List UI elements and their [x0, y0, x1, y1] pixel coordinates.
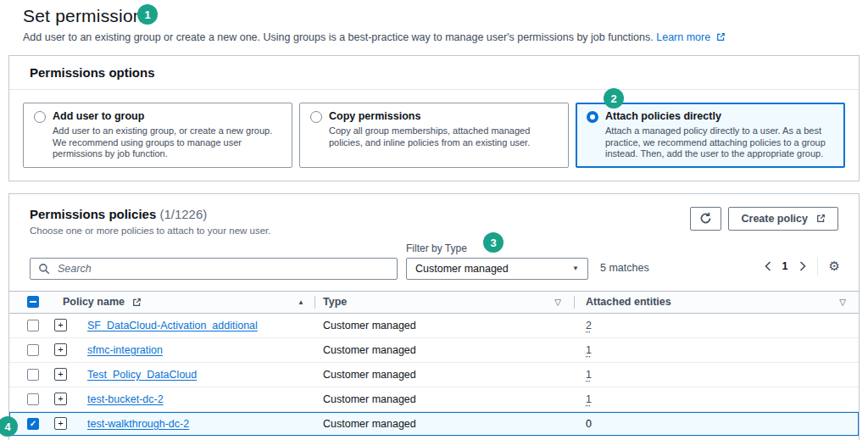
expand-icon[interactable]: + — [54, 393, 67, 405]
attached-entities-count[interactable]: 1 — [586, 369, 592, 381]
table-row: + SF_DataCloud-Activation_additional Cus… — [9, 314, 859, 338]
table-row: + test-bucket-dc-2 Customer managed 1 — [9, 387, 859, 412]
attached-entities-count[interactable]: 1 — [586, 344, 592, 356]
matches-count: 5 matches — [600, 262, 649, 280]
permissions-options-header: Permissions options — [9, 56, 859, 90]
chevron-down-icon: ▼ — [572, 265, 579, 272]
refresh-button[interactable] — [690, 207, 721, 231]
learn-more-link[interactable]: Learn more — [656, 31, 710, 43]
type-header: Type — [323, 296, 347, 308]
external-link-icon — [716, 32, 726, 42]
policies-count: (1/1226) — [159, 207, 207, 221]
search-box[interactable] — [30, 258, 398, 280]
filter-icon[interactable]: ▽ — [839, 298, 846, 307]
page-header: Set permissions Add user to an existing … — [0, 0, 868, 43]
annotation-badge-1: 1 — [137, 4, 158, 25]
permissions-policies-subtitle: Choose one or more policies to attach to… — [30, 226, 270, 236]
chevron-right-icon — [799, 261, 806, 271]
policy-name-link[interactable]: sfmc-integration — [87, 344, 163, 356]
current-page-number: 1 — [782, 260, 788, 272]
permissions-options-title: Permissions options — [30, 65, 838, 80]
type-filter-dropdown[interactable]: Customer managed ▼ — [406, 258, 588, 280]
chevron-left-icon — [765, 261, 771, 271]
option-card-description: Add user to an existing group, or create… — [53, 125, 281, 160]
policy-name-link[interactable]: SF_DataCloud-Activation_additional — [87, 320, 258, 331]
annotation-badge-3: 3 — [483, 232, 504, 253]
set-permissions-page: Set permissions Add user to an existing … — [0, 0, 868, 440]
table-row: + Test_Policy_DataCloud Customer managed… — [9, 363, 859, 387]
external-link-icon — [816, 214, 826, 223]
create-policy-button[interactable]: Create policy — [728, 207, 838, 231]
next-page-button[interactable] — [798, 259, 808, 273]
filter-icon[interactable]: ▽ — [554, 298, 561, 307]
radio-attach-policies-directly[interactable] — [587, 111, 598, 123]
attached-entities-count: 0 — [586, 418, 592, 430]
search-input[interactable] — [56, 262, 389, 276]
row-checkbox[interactable] — [27, 393, 39, 405]
permissions-option-cards: Add user to group Add user to an existin… — [9, 90, 859, 181]
policy-type: Customer managed — [323, 369, 416, 381]
sort-ascending-icon[interactable]: ▲ — [298, 298, 304, 306]
row-checkbox[interactable] — [27, 320, 39, 331]
policies-table: Policy name ▲ Type ▽ Attached entities ▽ — [9, 291, 859, 437]
refresh-icon — [699, 212, 712, 225]
permissions-policies-header: Permissions policies (1/1226) Choose one… — [9, 194, 859, 236]
subtitle-text: Add user to an existing group or create … — [23, 31, 654, 43]
policy-type: Customer managed — [323, 393, 416, 405]
filter-row: Filter by Type Customer managed ▼ 5 matc… — [9, 236, 859, 291]
option-card-title: Add user to group — [53, 110, 281, 123]
table-row: + sfmc-integration Customer managed 1 — [9, 338, 859, 363]
expand-icon[interactable]: + — [54, 343, 67, 356]
table-header-row: Policy name ▲ Type ▽ Attached entities ▽ — [9, 291, 859, 314]
policy-type: Customer managed — [323, 320, 416, 331]
table-row-selected: + test-walkthrough-dc-2 Customer managed… — [9, 412, 859, 437]
search-icon — [38, 263, 50, 275]
option-card-attach-policies-directly[interactable]: Attach policies directly Attach a manage… — [576, 103, 845, 168]
divider — [817, 257, 818, 276]
policy-type: Customer managed — [323, 418, 416, 430]
policy-name-header[interactable]: Policy name — [63, 296, 125, 308]
page-title: Set permissions — [23, 6, 152, 26]
permissions-policies-panel: Permissions policies (1/1226) Choose one… — [8, 193, 860, 440]
option-card-title: Attach policies directly — [605, 110, 834, 123]
radio-add-user-to-group[interactable] — [34, 111, 46, 123]
external-link-icon — [132, 298, 142, 307]
policies-actions: Create policy — [690, 207, 838, 231]
option-card-add-user-to-group[interactable]: Add user to group Add user to an existin… — [23, 103, 292, 168]
option-card-copy-permissions[interactable]: Copy permissions Copy all group membersh… — [299, 103, 569, 168]
radio-copy-permissions[interactable] — [310, 111, 322, 123]
policy-name-link[interactable]: test-bucket-dc-2 — [87, 393, 164, 405]
row-checkbox[interactable] — [27, 418, 39, 430]
policy-name-link[interactable]: test-walkthrough-dc-2 — [87, 418, 189, 430]
option-card-description: Copy all group memberships, attached man… — [329, 125, 558, 148]
option-card-description: Attach a managed policy directly to a us… — [605, 125, 834, 160]
page-subtitle: Add user to an existing group or create … — [23, 31, 845, 43]
attached-entities-header: Attached entities — [586, 296, 671, 308]
expand-icon[interactable]: + — [54, 368, 67, 381]
attached-entities-count[interactable]: 1 — [586, 393, 592, 405]
row-checkbox[interactable] — [27, 369, 39, 381]
type-filter-value: Customer managed — [415, 263, 509, 275]
select-all-checkbox[interactable] — [27, 296, 39, 308]
annotation-badge-2: 2 — [604, 88, 624, 109]
row-checkbox[interactable] — [27, 344, 39, 356]
attached-entities-count[interactable]: 2 — [586, 320, 592, 331]
option-card-title: Copy permissions — [329, 110, 558, 123]
permissions-options-panel: Permissions options Add user to group Ad… — [8, 55, 860, 181]
expand-icon[interactable]: + — [54, 319, 67, 331]
policy-name-link[interactable]: Test_Policy_DataCloud — [87, 369, 197, 381]
previous-page-button[interactable] — [763, 259, 773, 273]
gear-icon: ⚙ — [829, 259, 840, 273]
policy-type: Customer managed — [323, 344, 416, 356]
pagination: 1 ⚙ — [763, 257, 842, 280]
permissions-policies-title: Permissions policies (1/1226) — [30, 207, 270, 221]
expand-icon[interactable]: + — [54, 417, 67, 430]
settings-gear-button[interactable]: ⚙ — [827, 259, 842, 274]
